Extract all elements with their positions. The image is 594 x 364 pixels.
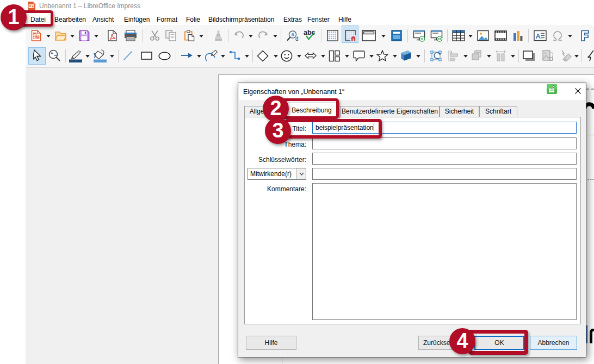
svg-text:A: A: [536, 32, 541, 40]
svg-text:abc: abc: [304, 29, 315, 36]
svg-text:a: a: [292, 31, 295, 37]
svg-text:d: d: [295, 36, 299, 42]
